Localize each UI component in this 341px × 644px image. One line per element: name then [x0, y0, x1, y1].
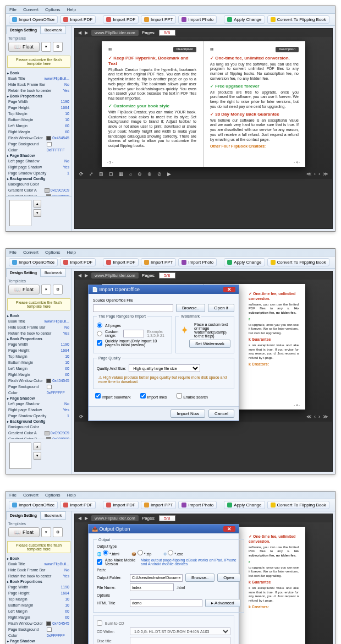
browse-button[interactable]: Browse..	[185, 574, 215, 582]
p-upgrade: All products are free to upgrade, once y…	[210, 90, 299, 110]
page-logo: ▮▮	[210, 47, 213, 52]
menu-options[interactable]: Options	[45, 7, 61, 12]
toolbar-import-pdf[interactable]: Import PDF	[103, 15, 139, 24]
stage-tool[interactable]: ⊞	[99, 171, 103, 177]
close-icon[interactable]: ✕	[223, 287, 235, 292]
toolbar-import-ppt[interactable]: Import PPT	[141, 15, 176, 24]
radio-html[interactable]	[103, 550, 108, 555]
custom-range-input[interactable]	[123, 330, 144, 337]
toolbar-import-pdf[interactable]: Import PDF	[60, 258, 96, 266]
page-nav[interactable]: ≫	[323, 414, 328, 419]
stage-tool[interactable]: ⤢	[89, 171, 94, 177]
check-enable-search[interactable]	[177, 393, 182, 399]
toolbar-import-photo[interactable]: Import Photo	[178, 15, 217, 24]
tab-design[interactable]: Design Setting	[6, 26, 41, 34]
page-nav[interactable]: ≪	[306, 171, 311, 177]
browse-button[interactable]: Browse..	[176, 304, 205, 312]
check-import-bookmark[interactable]	[95, 393, 101, 399]
toolbar-import-pdf[interactable]: Import PDF	[103, 501, 139, 509]
toolbar-import-pdf[interactable]: Import PDF	[60, 15, 96, 24]
zip-icon: 📦	[131, 552, 136, 556]
customize-template-button[interactable]: Please customize the flash template here	[7, 56, 70, 68]
toolbar-convert-to-flipping-book[interactable]: Convert To Flipping Book	[267, 501, 329, 509]
toolbar-import-pdf[interactable]: Import PDF	[60, 501, 96, 509]
template-selector[interactable]: 📖Float	[8, 42, 40, 52]
app-window-1: File Convert Options Help Import OpenOff…	[6, 6, 336, 232]
stage-tool[interactable]: ⊖	[138, 171, 142, 177]
toolbar-import-pdf[interactable]: Import PDF	[103, 258, 139, 266]
app-window-2: FileConvertOptionsHelp Import OpenOffice…	[6, 248, 336, 474]
output-option-dialog: 📤 Output Option✕ Output Output type 🌐 *.…	[88, 524, 239, 644]
toolbar-apply-change[interactable]: Apply Change	[224, 501, 265, 509]
advanced-button[interactable]: ▸ Advanced	[205, 599, 240, 607]
check-mobile[interactable]	[97, 559, 102, 565]
page-nav[interactable]: ≪	[306, 414, 311, 419]
toolbar-import-openoffice[interactable]: Import OpenOffice	[9, 15, 58, 24]
template-config-icon[interactable]: ⚙	[53, 42, 63, 52]
toolbar-import-ppt[interactable]: Import PPT	[141, 258, 176, 266]
toolbar-apply-change[interactable]: Apply Change	[224, 15, 265, 24]
page-nav[interactable]: ≫	[323, 171, 328, 177]
page-nav[interactable]: ›	[318, 171, 320, 177]
hl-money-back: ✓ 30 Day Money Back Guarantee	[210, 112, 299, 117]
quality-select[interactable]: High quality large file size	[129, 364, 200, 372]
stage-tool[interactable]: ▦	[119, 171, 124, 177]
book-page-right[interactable]: ▮▮Description ✓ One-time fee, unlimited …	[204, 41, 305, 167]
import-now-button[interactable]: Import Now	[170, 410, 205, 418]
radio-custom-range[interactable]	[97, 331, 102, 336]
page-nav[interactable]: ›	[318, 414, 320, 419]
html-title-input[interactable]	[130, 599, 202, 607]
page-number-input[interactable]: 5/8	[159, 30, 175, 36]
radio-exe[interactable]	[168, 550, 173, 555]
toolbar-apply-change[interactable]: Apply Change	[224, 258, 265, 266]
book-page-left[interactable]: ▮▮Description ✓ Keep PDF Hyperlink, Book…	[102, 41, 204, 167]
stage-tool[interactable]: ⊘	[157, 171, 162, 177]
menu-convert[interactable]: Convert	[23, 7, 38, 12]
menu-file[interactable]: File	[9, 7, 16, 12]
nav-fwd-icon[interactable]: ▶	[85, 30, 88, 35]
toolbar-import-openoffice[interactable]: Import OpenOffice	[9, 258, 58, 266]
open-button[interactable]: Open it	[208, 304, 234, 312]
radio-zip[interactable]	[138, 550, 143, 555]
stage-tool[interactable]: ⊕	[147, 171, 152, 177]
property-tree[interactable]: BookBook Titlewww.FlipBuil...Hide Book F…	[6, 69, 72, 196]
check-import-links[interactable]	[140, 393, 146, 399]
main-toolbar: Import OpenOfficeImport PDFImport PDFImp…	[6, 13, 335, 26]
toolbar-convert-to-flipping-book[interactable]: Convert To Flipping Book	[267, 258, 329, 266]
page-logo: ▮▮	[108, 47, 112, 52]
p-onetime: As long as you buy the software, you can…	[210, 62, 299, 81]
toolbar-import-photo[interactable]: Import Photo	[178, 501, 217, 509]
cd-writer-select[interactable]: 1:0:0,G: HL-DT-ST DVD-ROM DH40N A103	[130, 627, 230, 635]
cancel-button[interactable]: Cancel	[208, 410, 234, 418]
dialog-title: Import OpenOffice	[100, 287, 140, 292]
source-file-input[interactable]	[93, 304, 173, 312]
toolbar-import-openoffice[interactable]: Import OpenOffice	[9, 501, 58, 509]
page-nav[interactable]: ‹	[314, 171, 316, 177]
stage-tool[interactable]: ⟳	[79, 171, 84, 177]
toolbar-import-photo[interactable]: Import Photo	[178, 258, 217, 266]
page-nav[interactable]: ‹	[314, 414, 316, 419]
close-icon[interactable]: ✕	[223, 526, 235, 532]
stage-tool[interactable]: ⌕	[129, 171, 132, 177]
stage-tool[interactable]: ⊡	[109, 171, 113, 177]
check-burn-cd[interactable]	[97, 620, 102, 626]
nav-back-icon[interactable]: ◀	[78, 30, 81, 35]
radio-all-pages[interactable]	[97, 323, 102, 328]
stage-tool[interactable]: ▶	[167, 171, 171, 177]
filename-input[interactable]	[130, 583, 174, 591]
template-dropdown[interactable]: ▾	[41, 42, 51, 52]
toolbar-import-ppt[interactable]: Import PPT	[141, 501, 176, 509]
toolbar-convert-to-flipping-book[interactable]: Convert To Flipping Book	[267, 15, 329, 24]
check-quick-import[interactable]	[97, 340, 102, 346]
stage-toolbar: ⟳⤢⊞⊡▦⌕⊖⊕⊘▶≪‹›≫	[75, 169, 332, 179]
tab-bookmark[interactable]: Bookmark	[41, 26, 66, 34]
output-folder-input[interactable]	[130, 574, 183, 582]
description-badge: Description	[173, 47, 196, 52]
menu-help[interactable]: Help	[67, 7, 75, 12]
thumb-down-button[interactable]: ▾	[34, 209, 41, 217]
set-watermark-button[interactable]: Set Watermark	[189, 340, 230, 348]
disc-title-input[interactable]	[130, 637, 230, 644]
stage-tool[interactable]: ⟳	[79, 414, 84, 419]
open-button[interactable]: Open	[217, 574, 240, 582]
thumb-up-button[interactable]: ▴	[34, 200, 41, 208]
